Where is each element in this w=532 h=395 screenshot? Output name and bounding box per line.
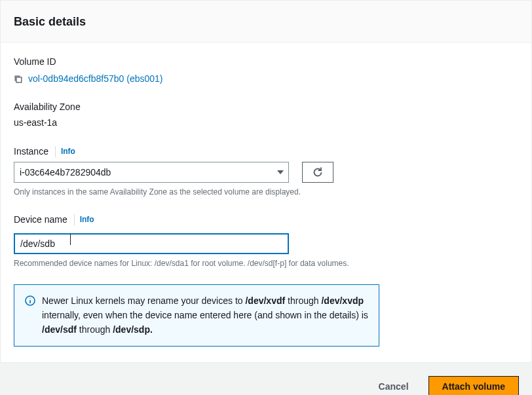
panel-title: Basic details bbox=[14, 14, 518, 30]
refresh-button[interactable] bbox=[302, 162, 333, 183]
cancel-button[interactable]: Cancel bbox=[366, 376, 422, 395]
svg-rect-0 bbox=[16, 77, 22, 83]
instance-input-row bbox=[14, 162, 518, 183]
device-name-field: Device name Info Recommended device name… bbox=[14, 214, 518, 269]
footer: Cancel Attach volume bbox=[0, 363, 532, 395]
panel-header: Basic details bbox=[1, 1, 531, 43]
info-box-text: Newer Linux kernels may rename your devi… bbox=[42, 294, 368, 337]
attach-volume-button[interactable]: Attach volume bbox=[428, 376, 519, 395]
availability-zone-label: Availability Zone bbox=[14, 101, 518, 114]
device-name-label: Device name bbox=[14, 214, 67, 227]
instance-help-text: Only instances in the same Availability … bbox=[14, 187, 518, 198]
device-name-input[interactable] bbox=[14, 233, 289, 254]
panel-body: Volume ID vol-0db94ed6cfb8f57b0 (ebs001)… bbox=[1, 43, 531, 362]
device-name-help-text: Recommended device names for Linux: /dev… bbox=[14, 258, 518, 269]
instance-info-link[interactable]: Info bbox=[55, 146, 75, 157]
info-icon bbox=[25, 295, 35, 306]
instance-field: Instance Info Only instances in the bbox=[14, 145, 518, 198]
availability-zone-field: Availability Zone us-east-1a bbox=[14, 101, 518, 129]
instance-select-wrapper bbox=[14, 162, 289, 183]
svg-point-2 bbox=[29, 298, 30, 299]
refresh-icon bbox=[313, 167, 323, 178]
device-name-label-row: Device name Info bbox=[14, 214, 518, 227]
info-box: Newer Linux kernels may rename your devi… bbox=[14, 284, 379, 347]
volume-id-label: Volume ID bbox=[14, 56, 518, 69]
instance-label: Instance bbox=[14, 145, 48, 159]
volume-id-row: vol-0db94ed6cfb8f57b0 (ebs001) bbox=[14, 73, 518, 86]
instance-select[interactable] bbox=[14, 162, 289, 183]
copy-icon[interactable] bbox=[14, 75, 23, 84]
volume-id-link[interactable]: vol-0db94ed6cfb8f57b0 (ebs001) bbox=[28, 73, 163, 86]
availability-zone-value: us-east-1a bbox=[14, 117, 518, 130]
device-name-info-link[interactable]: Info bbox=[74, 214, 94, 225]
basic-details-panel: Basic details Volume ID vol-0db94ed6cfb8… bbox=[0, 0, 532, 363]
volume-id-field: Volume ID vol-0db94ed6cfb8f57b0 (ebs001) bbox=[14, 56, 518, 85]
instance-label-row: Instance Info bbox=[14, 145, 518, 159]
